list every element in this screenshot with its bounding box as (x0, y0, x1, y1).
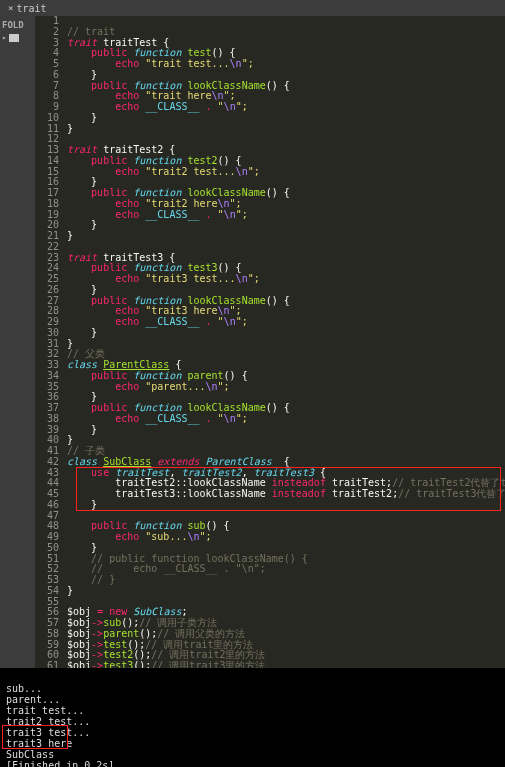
folders-heading: FOLD (2, 20, 33, 30)
chevron-right-icon[interactable]: ▸ (2, 33, 7, 42)
folder-row[interactable]: ▸ (2, 33, 33, 42)
code-editor[interactable]: 1234567891011121314151617181920212223242… (35, 16, 505, 668)
tab-bar: × trait (0, 0, 505, 16)
console-line: trait2 test... (6, 716, 90, 727)
close-icon[interactable]: × (8, 3, 13, 13)
console-line: [Finished in 0.2s] (6, 760, 114, 767)
code-content[interactable]: // traittrait traitTest { public functio… (67, 16, 505, 668)
console-line: trait test... (6, 705, 84, 716)
console-line: SubClass (6, 749, 54, 760)
line-gutter: 1234567891011121314151617181920212223242… (35, 16, 65, 668)
main-area: FOLD ▸ 123456789101112131415161718192021… (0, 16, 505, 668)
console-line: parent... (6, 694, 60, 705)
tab-label: trait (16, 3, 46, 14)
console-line: trait3 here (6, 738, 72, 749)
sidebar[interactable]: FOLD ▸ (0, 16, 35, 668)
console-line: sub... (6, 683, 42, 694)
folder-icon (9, 34, 19, 42)
console-output: sub... parent... trait test... trait2 te… (0, 668, 505, 767)
console-line: trait3 test... (6, 727, 90, 738)
tab-file[interactable]: × trait (2, 3, 53, 14)
